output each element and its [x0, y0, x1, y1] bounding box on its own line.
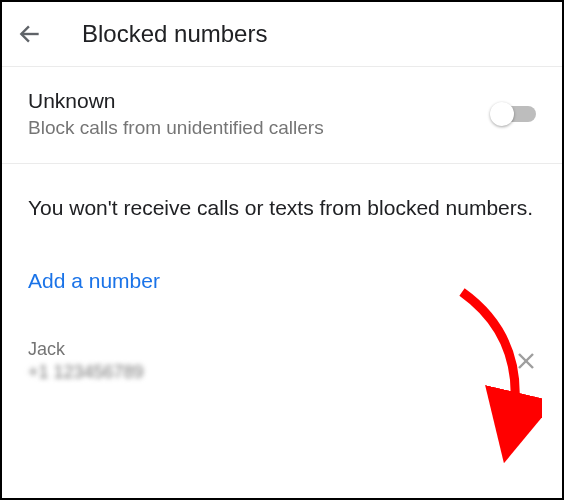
toggle-knob	[490, 102, 514, 126]
back-button[interactable]	[16, 20, 44, 48]
arrow-back-icon	[17, 21, 43, 47]
unknown-title: Unknown	[28, 89, 480, 113]
unknown-subtitle: Block calls from unidentified callers	[28, 117, 480, 139]
unknown-callers-row[interactable]: Unknown Block calls from unidentified ca…	[2, 67, 562, 164]
blocked-number: +1 123456789	[28, 362, 144, 383]
page-title: Blocked numbers	[82, 20, 267, 48]
blocked-entry: Jack +1 123456789	[2, 313, 562, 393]
remove-blocked-button[interactable]	[512, 347, 540, 375]
add-number-button[interactable]: Add a number	[2, 235, 562, 313]
close-icon	[514, 349, 538, 373]
info-text: You won't receive calls or texts from bl…	[2, 164, 562, 235]
unknown-toggle[interactable]	[492, 106, 536, 122]
blocked-name: Jack	[28, 339, 144, 360]
